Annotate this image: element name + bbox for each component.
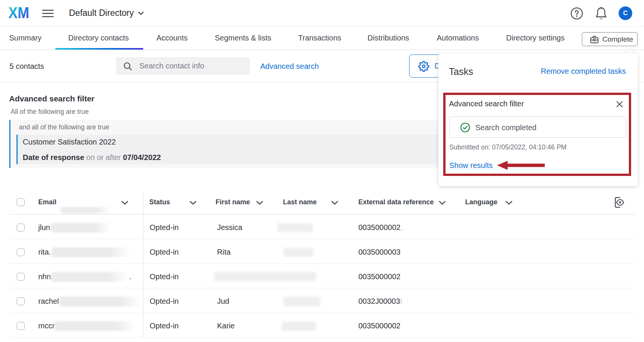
svg-text:XM: XM [8,6,29,19]
